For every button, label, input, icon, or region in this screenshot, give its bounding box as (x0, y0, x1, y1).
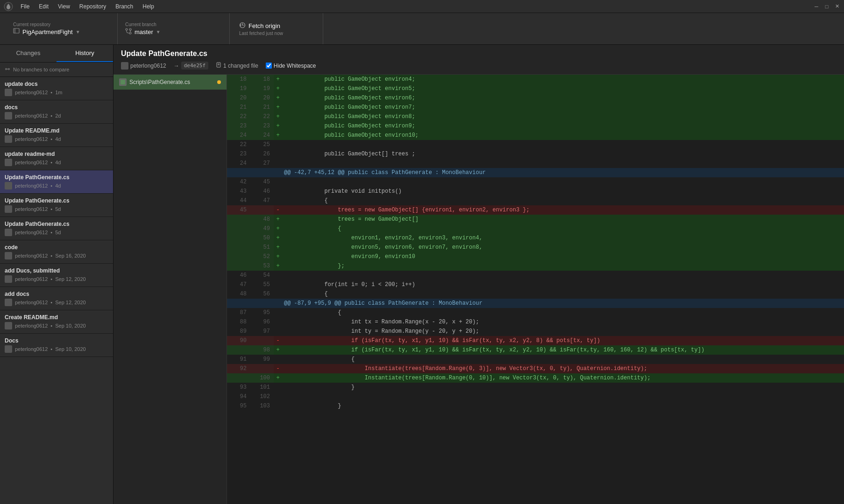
line-sign (274, 149, 282, 159)
line-new-num: 25 (250, 140, 274, 149)
line-old-num: 22 (227, 112, 250, 121)
diff-line: 94102 (227, 392, 844, 401)
commit-time: Sep 10, 2020 (55, 346, 85, 352)
commit-dot: • (50, 113, 52, 119)
commit-item[interactable]: code peterlong0612 • Sep 16, 2020 (0, 240, 113, 264)
branch-value: master ▼ (125, 28, 222, 36)
diff-line: 48+ trees = new GameObject[] (227, 215, 844, 224)
line-sign (274, 308, 282, 317)
line-old-num: 89 (227, 327, 250, 336)
line-old-num: 43 (227, 187, 250, 196)
commit-item[interactable]: Update PathGenerate.cs peterlong0612 • 5… (0, 217, 113, 240)
menu-file[interactable]: File (17, 2, 33, 11)
line-sign (274, 140, 282, 149)
minimize-button[interactable]: ─ (813, 3, 820, 10)
commit-author: peterlong0612 (15, 253, 48, 259)
line-sign (274, 280, 282, 289)
line-old-num: 21 (227, 103, 250, 112)
line-old-num: 48 (227, 289, 250, 299)
app-logo (4, 2, 13, 11)
branch-compare[interactable]: No branches to compare (0, 63, 113, 77)
commit-message: add docs (5, 291, 108, 297)
line-code (282, 271, 844, 280)
line-new-num: 21 (250, 103, 274, 112)
line-old-num: 18 (227, 75, 250, 84)
diff-meta: peterlong0612 → de4e25f 1 changed file H… (121, 62, 837, 70)
commit-item[interactable]: Update README.md peterlong0612 • 4d (0, 124, 113, 147)
menu-repository[interactable]: Repository (76, 2, 110, 11)
svg-rect-1 (14, 28, 19, 33)
tab-changes[interactable]: Changes (0, 45, 57, 62)
line-old-num: 19 (227, 84, 250, 93)
commit-item[interactable]: Create README.md peterlong0612 • Sep 10,… (0, 310, 113, 334)
line-new-num: 96 (250, 317, 274, 327)
menu-help[interactable]: Help (139, 2, 158, 11)
diff-files-item: 1 changed file (216, 62, 258, 69)
code-diff[interactable]: 1818+ public GameObject environ4;1919+ p… (227, 75, 844, 504)
line-old-num: 24 (227, 159, 250, 168)
line-new-num: 50 (250, 233, 274, 243)
line-old-num: 91 (227, 355, 250, 364)
commit-item[interactable]: Docs peterlong0612 • Sep 10, 2020 (0, 334, 113, 357)
menu-branch[interactable]: Branch (112, 2, 137, 11)
commit-item[interactable]: add docs peterlong0612 • Sep 12, 2020 (0, 287, 113, 310)
commit-time: 2d (55, 113, 61, 119)
commit-time: Sep 12, 2020 (55, 300, 85, 305)
commit-item[interactable]: Update PathGenerate.cs peterlong0612 • 4… (0, 170, 113, 194)
commit-item[interactable]: update readme-md peterlong0612 • 4d (0, 147, 113, 170)
menu-edit[interactable]: Edit (35, 2, 52, 11)
commit-author: peterlong0612 (15, 206, 48, 212)
diff-author: peterlong0612 (121, 62, 166, 70)
line-sign (274, 289, 282, 299)
commit-avatar (5, 159, 12, 166)
commit-dot: • (50, 346, 52, 352)
line-old-num: 87 (227, 308, 250, 317)
hide-whitespace-checkbox[interactable] (266, 63, 272, 69)
repo-value: PigApartmentFight ▼ (13, 28, 110, 36)
repo-selector[interactable]: Current repository PigApartmentFight ▼ (6, 13, 118, 44)
line-code (282, 159, 844, 168)
diff-line: 93101 } (227, 383, 844, 392)
diff-line: 8795 { (227, 308, 844, 317)
line-code: trees = new GameObject[] {environ1, envi… (282, 205, 844, 215)
commit-author: peterlong0612 (15, 160, 48, 165)
fetch-sub: Last fetched just now (239, 31, 313, 36)
line-sign (274, 327, 282, 336)
diff-line: @@ -42,7 +45,12 @@ public class PathGene… (227, 168, 844, 177)
line-code: public GameObject environ5; (282, 84, 844, 93)
line-new-num (250, 299, 274, 308)
diff-line: 53+ }; (227, 261, 844, 271)
repo-label: Current repository (13, 22, 110, 27)
line-old-num: 92 (227, 364, 250, 373)
line-code: public GameObject environ9; (282, 121, 844, 131)
diff-line: 2323+ public GameObject environ9; (227, 121, 844, 131)
commit-avatar (5, 205, 12, 213)
commit-time: Sep 16, 2020 (55, 253, 85, 259)
line-sign: + (274, 215, 282, 224)
commit-item[interactable]: Update PathGenerate.cs peterlong0612 • 5… (0, 194, 113, 217)
commit-item[interactable]: update docs peterlong0612 • 1m (0, 77, 113, 100)
tab-history[interactable]: History (57, 45, 113, 62)
commit-item[interactable]: add Ducs, submitted peterlong0612 • Sep … (0, 264, 113, 287)
author-avatar (121, 62, 128, 70)
file-name: Scripts\PathGenerate.cs (129, 79, 190, 85)
svg-point-9 (6, 69, 7, 70)
line-old-num: 46 (227, 271, 250, 280)
fetch-button[interactable]: Fetch origin Last fetched just now (230, 13, 323, 44)
hide-whitespace-toggle[interactable]: Hide Whitespace (266, 63, 316, 69)
menu-view[interactable]: View (54, 2, 74, 11)
file-item[interactable]: Scripts\PathGenerate.cs (113, 75, 227, 90)
line-old-num (227, 373, 250, 383)
line-sign: + (274, 121, 282, 131)
svg-point-10 (8, 69, 10, 70)
commit-meta: peterlong0612 • Sep 10, 2020 (5, 345, 108, 353)
line-new-num: 46 (250, 187, 274, 196)
line-new-num: 23 (250, 121, 274, 131)
close-button[interactable]: ✕ (834, 3, 840, 10)
maximize-button[interactable]: □ (823, 3, 830, 10)
commit-item[interactable]: docs peterlong0612 • 2d (0, 100, 113, 124)
line-sign: + (274, 93, 282, 103)
branch-selector[interactable]: Current branch master ▼ (118, 13, 230, 44)
line-new-num: 27 (250, 159, 274, 168)
line-new-num: 20 (250, 93, 274, 103)
